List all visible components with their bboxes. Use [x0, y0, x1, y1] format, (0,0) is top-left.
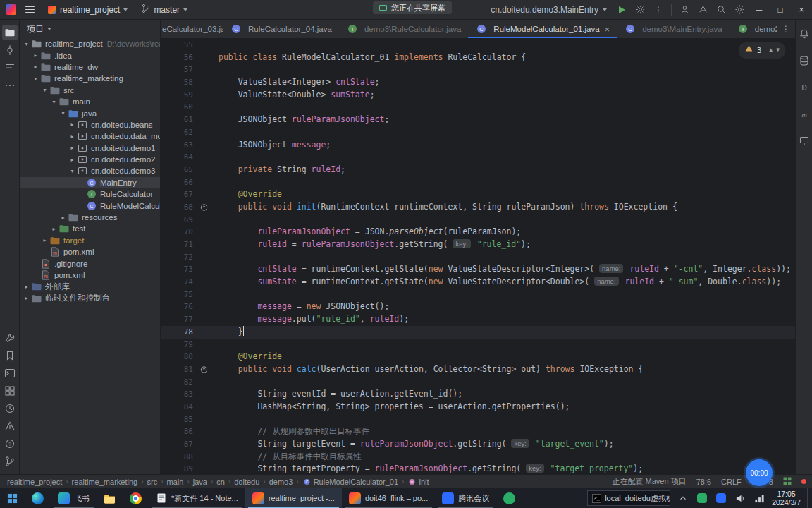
line-number[interactable]: 64	[161, 151, 200, 164]
line-number[interactable]: 79	[161, 339, 200, 351]
run-configuration-selector[interactable]: cn.doitedu.demo3.MainEntry	[491, 5, 607, 15]
line-number[interactable]: 89	[161, 463, 200, 474]
bookmarks-tool-button[interactable]	[2, 348, 18, 363]
breadcrumb-item[interactable]: doitedu	[233, 478, 261, 486]
services-tool-button[interactable]	[2, 383, 18, 399]
show-desktop-button[interactable]	[807, 488, 811, 508]
line-number[interactable]: 77	[161, 313, 200, 326]
more-actions-button[interactable]: ⋮	[649, 0, 668, 20]
line-number[interactable]: 81	[161, 363, 200, 376]
settings-gear-button[interactable]	[631, 0, 649, 20]
tree-row[interactable]: ▸cn.doitedu.demo2	[20, 154, 160, 165]
tree-row[interactable]: ▾cn.doitedu.demo3	[20, 165, 160, 176]
tree-expand-icon[interactable]: ▸	[32, 52, 39, 59]
line-number[interactable]: 55	[161, 39, 200, 52]
tree-expand-icon[interactable]: ▸	[68, 121, 76, 128]
database-tool-button[interactable]	[796, 53, 812, 68]
line-number[interactable]: 58	[161, 76, 200, 89]
override-gutter-icon[interactable]	[200, 203, 219, 212]
notifications-tool-button[interactable]	[796, 26, 812, 42]
line-number[interactable]: 73	[161, 263, 200, 276]
terminal-tool-button[interactable]	[2, 365, 18, 381]
line-number[interactable]: 86	[161, 425, 200, 438]
tree-row[interactable]: mpom.xml	[20, 246, 160, 258]
help-tool-button[interactable]: ?	[2, 436, 18, 452]
start-taskbar-button[interactable]	[0, 488, 25, 508]
remote-dev-button[interactable]	[694, 0, 712, 20]
edge-taskbar-button[interactable]	[25, 488, 51, 508]
idea-realtime-taskbar-button[interactable]: realtime_project -...	[245, 488, 342, 508]
problems-tool-button[interactable]	[2, 418, 18, 434]
tree-row[interactable]: ▸resources	[20, 212, 160, 223]
breadcrumb-item[interactable]: src	[146, 478, 159, 486]
override-gutter-icon[interactable]	[200, 365, 219, 374]
line-number[interactable]: 78	[161, 326, 200, 339]
tree-row[interactable]: ▸realtime_dw	[20, 61, 160, 73]
breadcrumb-item[interactable]: realtime_marketing	[70, 478, 140, 486]
project-tool-button[interactable]	[2, 25, 18, 40]
line-number[interactable]: 70	[161, 226, 200, 238]
line-number[interactable]: 80	[161, 351, 200, 363]
line-number[interactable]: 69	[161, 214, 200, 226]
breadcrumb-item[interactable]: main	[166, 478, 185, 486]
tree-row[interactable]: ▾src	[20, 85, 160, 96]
line-number[interactable]: 71	[161, 238, 200, 251]
todo-tool-button[interactable]	[2, 401, 18, 416]
line-number[interactable]: 72	[161, 251, 200, 264]
wechat-tray-icon[interactable]	[696, 492, 708, 504]
project-selector[interactable]: realtime_project	[43, 3, 133, 17]
tree-row[interactable]: ▸test	[20, 223, 160, 234]
meeting-timer[interactable]: 00:00	[746, 459, 773, 486]
close-button[interactable]: ×	[791, 0, 812, 20]
network-icon[interactable]	[753, 492, 765, 504]
line-number[interactable]: 67	[161, 188, 200, 201]
tree-collapse-icon[interactable]: ▾	[32, 75, 39, 82]
tree-expand-icon[interactable]: ▸	[41, 237, 49, 243]
run-button[interactable]	[613, 0, 631, 20]
build-tool-button[interactable]	[2, 330, 18, 346]
editor-tab[interactable]: eCalculator_03.java	[161, 20, 223, 38]
inspections-widget[interactable]: 3 ▲ ▼	[739, 42, 785, 59]
tree-row[interactable]: ▸cn.doitedu.demo1	[20, 143, 160, 154]
line-number[interactable]: 85	[161, 413, 200, 426]
line-number[interactable]: 66	[161, 176, 200, 189]
tree-row[interactable]: ▾realtime_marketing	[20, 73, 160, 84]
line-number[interactable]: 75	[161, 289, 200, 301]
notepad-taskbar-button[interactable]: *新文件 14 - Note...	[149, 488, 245, 508]
breadcrumb-item[interactable]: CRuleModelCalculator_01	[301, 477, 400, 486]
tree-row[interactable]: IRuleCalculator	[20, 188, 160, 200]
idea-doit46-taskbar-button[interactable]: doit46_flink – po...	[342, 488, 435, 508]
tree-collapse-icon[interactable]: ▾	[23, 41, 30, 47]
meeting-tray-icon[interactable]	[715, 492, 727, 504]
explorer-taskbar-button[interactable]	[97, 488, 123, 508]
breadcrumb-item[interactable]: java	[192, 478, 209, 486]
volume-icon[interactable]	[734, 492, 746, 504]
tree-collapse-icon[interactable]: ▾	[50, 99, 58, 105]
search-button[interactable]	[712, 0, 730, 20]
collaborate-button[interactable]	[675, 0, 694, 20]
tree-collapse-icon[interactable]: ▾	[59, 110, 67, 116]
tree-expand-icon[interactable]: ▸	[68, 157, 76, 163]
line-number[interactable]: 60	[161, 101, 200, 114]
chrome-taskbar-button[interactable]	[123, 488, 149, 508]
feishu-taskbar-button[interactable]: 飞书	[51, 488, 97, 508]
project-panel-header[interactable]: 项目	[20, 20, 160, 38]
line-number[interactable]: 68	[161, 201, 200, 214]
line-number[interactable]: 63	[161, 139, 200, 152]
tray-window-button[interactable]: >_ local_doitedu虚拟机...	[587, 490, 670, 506]
tree-collapse-icon[interactable]: ▾	[68, 168, 76, 174]
line-number[interactable]: 56	[161, 52, 200, 64]
tree-row[interactable]: ▸cn.doitedu.data_mock	[20, 131, 160, 142]
maven-tool-button[interactable]: m	[796, 107, 812, 122]
tray-expand-icon[interactable]	[677, 492, 689, 504]
tree-row[interactable]: mpom.xml	[20, 270, 160, 281]
device-manager-tool-button[interactable]	[796, 133, 812, 149]
tree-row[interactable]: CRuleModelCalculator_0...	[20, 200, 160, 211]
tencent-meeting-taskbar-button[interactable]: 腾讯会议	[435, 488, 496, 508]
wechat-taskbar-button[interactable]	[496, 488, 522, 508]
line-number[interactable]: 74	[161, 276, 200, 289]
line-number[interactable]: 83	[161, 388, 200, 401]
breadcrumb-item[interactable]: demo3	[268, 478, 295, 486]
tree-row[interactable]: ▸外部库	[20, 281, 160, 292]
line-number[interactable]: 82	[161, 376, 200, 389]
